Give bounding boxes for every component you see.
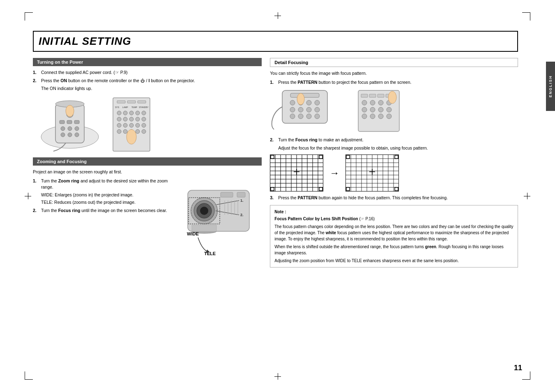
detail-step2-sub: Adjust the focus for the sharpest image … — [270, 145, 518, 151]
svg-rect-17 — [138, 101, 146, 103]
left-column: Turning on the Power 1. Connect the supp… — [33, 58, 262, 267]
corner-mark-tr — [522, 12, 530, 21]
svg-text:LAMP: LAMP — [122, 106, 128, 108]
svg-point-98 — [388, 91, 396, 104]
power-step-2: 2. Press the ON button on the remote con… — [33, 78, 262, 84]
zoom-intro: Project an image on the screen roughly a… — [33, 169, 262, 175]
svg-rect-84 — [378, 94, 384, 97]
svg-point-28 — [123, 117, 127, 121]
svg-point-79 — [315, 114, 320, 119]
hand-remote-svg — [270, 88, 352, 134]
svg-point-96 — [378, 114, 383, 119]
svg-point-87 — [370, 100, 375, 105]
detail-step-1: 1. Press the PATTERN button to project t… — [270, 79, 518, 85]
svg-point-29 — [129, 117, 134, 121]
svg-text:TELE: TELE — [204, 251, 216, 256]
svg-point-92 — [378, 107, 383, 112]
svg-point-94 — [362, 114, 367, 119]
svg-point-34 — [129, 123, 134, 127]
svg-point-91 — [370, 107, 375, 112]
svg-rect-82 — [361, 94, 368, 97]
right-column: Detail Focusing You can strictly focus t… — [270, 58, 518, 267]
focus-pattern-before-svg — [270, 154, 323, 191]
crosshair-right — [524, 193, 530, 199]
svg-rect-4 — [60, 120, 64, 124]
projector-illustration: 1. 2. — [180, 178, 262, 261]
svg-point-31 — [142, 117, 146, 121]
svg-point-24 — [129, 111, 134, 115]
svg-point-95 — [370, 114, 375, 119]
svg-text:TEMP: TEMP — [131, 106, 138, 108]
svg-point-13 — [66, 105, 74, 117]
control-panel-detail-svg — [356, 88, 401, 134]
crosshair-left — [25, 193, 31, 199]
svg-text:SYS: SYS — [115, 106, 120, 108]
remote-controller-svg — [33, 96, 107, 153]
note-para-1: The focus pattern changes color dependin… — [274, 224, 514, 242]
svg-point-97 — [387, 114, 391, 119]
detail-step-3: 3. Press the PATTERN button again to hid… — [270, 195, 518, 201]
power-sub-text: The ON indicator lights up. — [33, 85, 262, 92]
zoom-sub-tele: TELE: Reduces (zooms out) the projected … — [33, 199, 176, 205]
svg-point-10 — [61, 133, 65, 137]
language-tab-label: ENGLISH — [548, 75, 553, 97]
svg-point-27 — [117, 117, 121, 121]
zoom-text: 1. Turn the Zoom ring and adjust to the … — [33, 178, 176, 261]
corner-mark-tl — [25, 12, 33, 21]
remote-illustration-row: SYS LAMP TEMP STANDBY — [33, 96, 262, 153]
svg-point-73 — [298, 107, 303, 112]
control-panel-svg: SYS LAMP TEMP STANDBY — [111, 96, 152, 153]
svg-point-68 — [290, 100, 295, 105]
power-steps: 1. Connect the supplied AC power cord. (… — [33, 69, 262, 83]
zoom-step-1: 1. Turn the Zoom ring and adjust to the … — [33, 178, 176, 190]
svg-point-9 — [75, 127, 79, 131]
svg-point-72 — [290, 107, 295, 112]
zoom-step-2: 2. Turn the Focus ring until the image o… — [33, 208, 176, 214]
svg-text:STANDBY: STANDBY — [139, 106, 149, 108]
columns-layout: Turning on the Power 1. Connect the supp… — [33, 58, 518, 267]
crosshair-bottom — [274, 373, 281, 380]
svg-point-41 — [142, 129, 146, 134]
svg-rect-6 — [74, 120, 79, 124]
svg-rect-55 — [237, 192, 245, 197]
svg-point-11 — [68, 133, 72, 137]
svg-point-38 — [123, 129, 127, 134]
section-header-detail: Detail Focusing — [270, 58, 518, 67]
svg-point-35 — [136, 123, 140, 127]
svg-point-90 — [362, 107, 367, 112]
page-title: INITIAL SETTING — [39, 35, 512, 48]
note-para-2: When the lens is shifted outside the afo… — [274, 244, 514, 256]
power-step-1: 1. Connect the supplied AC power cord. (… — [33, 69, 262, 76]
svg-point-71 — [315, 100, 320, 105]
svg-text:1.: 1. — [240, 198, 244, 203]
note-subtitle: Focus Pattern Color by Lens Shift Positi… — [274, 216, 514, 222]
svg-point-30 — [136, 117, 140, 121]
svg-rect-67 — [290, 93, 319, 97]
corner-mark-bl — [25, 371, 33, 380]
svg-point-42 — [127, 129, 136, 144]
corner-mark-br — [522, 371, 530, 380]
svg-point-33 — [123, 123, 127, 127]
svg-text:2.: 2. — [240, 213, 244, 217]
svg-point-75 — [315, 107, 320, 112]
svg-point-36 — [142, 123, 146, 127]
svg-point-22 — [117, 111, 121, 115]
section-header-zoom: Zooming and Focusing — [33, 157, 262, 166]
svg-point-37 — [117, 129, 121, 134]
note-para-3: Adjusting the zoom position from WIDE to… — [274, 258, 514, 264]
focus-pattern-after-svg — [345, 154, 399, 191]
main-content: INITIAL SETTING Turning on the Power 1. … — [33, 31, 518, 367]
svg-point-77 — [298, 114, 303, 119]
crosshair-top — [274, 12, 281, 19]
svg-point-76 — [290, 114, 295, 119]
language-tab: ENGLISH — [546, 62, 555, 111]
zoom-sub-wide: WIDE: Enlarges (zooms in) the projected … — [33, 192, 176, 198]
svg-point-93 — [387, 107, 391, 112]
title-box: INITIAL SETTING — [33, 31, 518, 52]
svg-point-88 — [378, 100, 383, 105]
detail-intro: You can strictly focus the image with fo… — [270, 70, 518, 77]
svg-point-70 — [306, 100, 311, 105]
svg-point-78 — [306, 114, 311, 119]
svg-rect-62 — [192, 225, 216, 231]
svg-point-25 — [136, 111, 140, 115]
